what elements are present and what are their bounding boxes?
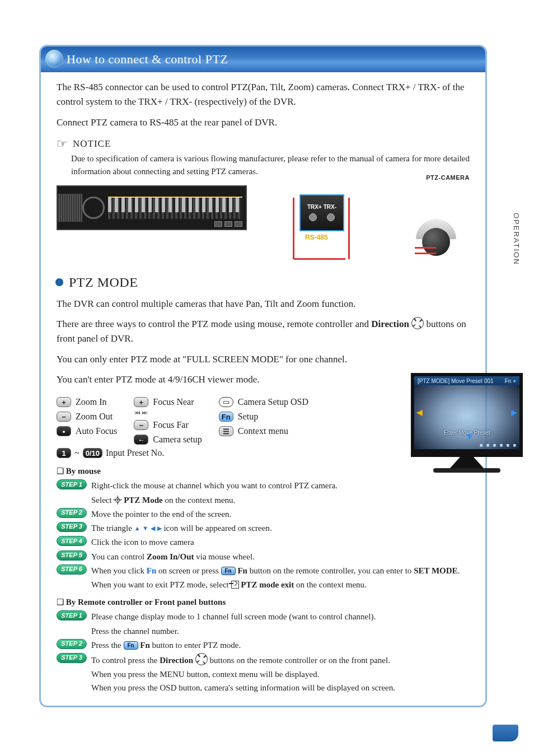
tv-triangle-right-icon: ▶ (511, 408, 517, 417)
ptz-exit-icon (231, 581, 239, 589)
triangle-right-icon: ▶ (157, 525, 162, 531)
triangle-up-icon: ▲ (134, 525, 140, 531)
ptzmode-p2: There are three ways to control the PTZ … (57, 317, 470, 347)
side-tab-operation: OPERATION (512, 213, 521, 265)
key-plus-icon: + (57, 397, 71, 407)
tv-footer-icons: ■ ■ ■ ■ ■ ■ (480, 442, 517, 448)
fn-key-inline-icon: Fn (124, 641, 138, 650)
wiring-diagram: TRX+ TRX- RS-485 PTZ-CAMERA (57, 185, 470, 264)
rs485-block-illustration: TRX+ TRX- RS-485 (271, 185, 372, 253)
by-remote-heading: By Remote controller or Front panel butt… (57, 597, 470, 607)
intro-paragraph-2: Connect PTZ camera to RS-485 at the rear… (57, 115, 470, 130)
remote-key-legend: +Zoom In −Zoom Out •Auto Focus +Focus Ne… (57, 397, 370, 445)
intro-paragraph-1: The RS-485 connector can be used to cont… (57, 80, 470, 110)
key-1-icon: 1 (57, 448, 71, 458)
key-minus-icon: − (57, 412, 71, 422)
preset-row: 1 ~ 0/10 Input Preset No. (57, 448, 470, 458)
focus-far-label: Focus Far (153, 420, 189, 430)
key-left-icon (134, 435, 148, 445)
section-bullet-icon (55, 278, 63, 286)
ptz-mode-title: PTZ MODE (69, 275, 138, 290)
small-transport-icons: ⏮ ⏭ (135, 409, 202, 416)
by-mouse-heading: By mouse (57, 466, 470, 476)
triangle-down-icon: ▼ (142, 525, 148, 531)
auto-focus-label: Auto Focus (76, 426, 117, 436)
tv-triangle-left-icon: ◀ (416, 408, 423, 417)
key-010-icon: 0/10 (83, 448, 102, 458)
ptzmode-p4: You can't enter PTZ mode at 4/9/16CH vie… (57, 372, 470, 387)
key-dot-icon: • (57, 426, 71, 436)
monitor-preview: [PTZ MODE] Move Preset 001 Fn + ◀ ▶ ▶ En… (411, 373, 523, 473)
tv-bar-left: [PTZ MODE] Move Preset 001 (418, 378, 494, 384)
setup-label: Setup (238, 412, 258, 422)
ptz-camera-label: PTZ-CAMERA (426, 174, 470, 181)
focus-near-label: Focus Near (153, 397, 194, 407)
step-badge: STEP 1 (57, 610, 87, 620)
dvr-back-panel-illustration (57, 185, 247, 230)
notice-heading: ☞ NOTICE (57, 138, 470, 150)
key-menu-icon: ☰ (219, 426, 233, 436)
banner-title: How to connect & control PTZ (67, 52, 228, 67)
step-badge: STEP 1 (57, 479, 87, 489)
context-menu-label: Context menu (238, 426, 288, 436)
tv-status-text: Enter Move Preset (414, 430, 519, 436)
direction-pad-icon (411, 317, 424, 329)
tv-bar-right: Fn + (505, 378, 516, 384)
camera-osd-label: Camera Setup OSD (238, 397, 308, 407)
step-badge: STEP 6 (57, 564, 87, 575)
step-badge: STEP 5 (57, 550, 87, 561)
step-badge: STEP 3 (57, 653, 87, 663)
banner-bullet-icon (45, 50, 63, 68)
zoom-out-label: Zoom Out (76, 412, 113, 422)
ptz-mode-icon (114, 496, 121, 504)
step-badge: STEP 3 (57, 522, 87, 532)
page-corner-decoration (493, 725, 518, 741)
step-badge: STEP 4 (57, 536, 87, 546)
key-minus2-icon: − (134, 420, 148, 430)
trx-label: TRX+ TRX- (307, 204, 336, 210)
ptzmode-p1: The DVR can control multiple cameras tha… (57, 297, 470, 311)
zoom-in-label: Zoom In (76, 397, 107, 407)
notice-label: NOTICE (73, 138, 111, 150)
fn-key-inline-icon: Fn (221, 567, 236, 575)
notice-body: Due to specification of camera is variou… (71, 152, 470, 179)
ptzmode-p3: You can only enter PTZ mode at "FULL SCR… (57, 352, 470, 367)
key-fn-icon: Fn (219, 412, 233, 422)
step-badge: STEP 2 (57, 639, 87, 649)
direction-pad-icon (195, 653, 208, 665)
step-badge: STEP 2 (57, 508, 87, 518)
pointing-hand-icon: ☞ (57, 138, 68, 150)
key-plus2-icon: + (134, 397, 148, 407)
key-osd-icon (219, 397, 233, 407)
rs485-label: RS-485 (305, 234, 328, 241)
triangle-left-icon: ◀ (151, 525, 155, 531)
camera-setup-label: Camera setup (153, 435, 202, 445)
preset-label: Input Preset No. (106, 448, 164, 458)
section-banner: How to connect & control PTZ (41, 46, 485, 72)
